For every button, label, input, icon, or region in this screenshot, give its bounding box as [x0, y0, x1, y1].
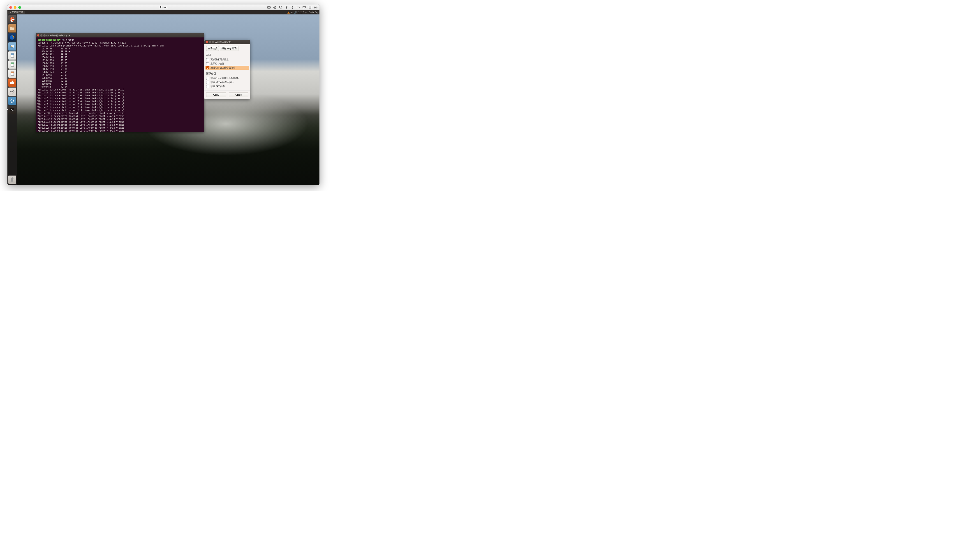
tray-time[interactable]: 12:27: [298, 11, 304, 14]
svg-rect-20: [11, 71, 14, 73]
svg-rect-16: [11, 53, 14, 54]
dialog-maximize-icon[interactable]: [212, 41, 214, 43]
gnome-topbar: ✕X 诊断工具 ⇅ 🔊 12:27 ⚙ CoderBoy: [8, 10, 320, 15]
terminal-window: coderboy@coderboy: ~ coderboy@coderboy:~…: [36, 33, 204, 132]
mac-menubar-icons: [267, 6, 318, 9]
launcher-software[interactable]: [8, 79, 16, 87]
svg-rect-5: [309, 6, 312, 8]
terminal-modes: 1024x768 59.95 + 4040x2182 59.99*+ 3776x…: [37, 47, 70, 88]
launcher-trash[interactable]: [8, 176, 16, 184]
checkbox-disable-pat[interactable]: 禁用 PAT 内存: [206, 84, 249, 89]
topbar-app-title: X 诊断工具: [12, 11, 23, 14]
svg-point-11: [11, 20, 12, 21]
tray-user-icon[interactable]: ⚙: [305, 11, 307, 14]
terminal-minimize-icon[interactable]: [40, 34, 42, 37]
sound-icon[interactable]: 🔊: [294, 11, 297, 14]
view-errors-button[interactable]: 查看错误: [206, 46, 219, 51]
svg-rect-0: [267, 6, 270, 8]
dialog-close-icon[interactable]: [206, 41, 208, 43]
svg-rect-3: [297, 7, 299, 8]
terminal-close-icon[interactable]: [37, 34, 39, 37]
svg-point-9: [13, 19, 14, 19]
svg-point-1: [274, 6, 276, 8]
svg-rect-4: [303, 6, 305, 8]
dialog-minimize-icon[interactable]: [209, 41, 211, 43]
launcher-files[interactable]: [8, 24, 16, 32]
unity-launcher: [8, 15, 17, 185]
terminal-disconnected: Virtual2 disconnected (normal left inver…: [37, 89, 126, 132]
topbar-app-tab[interactable]: ✕X 诊断工具: [8, 11, 24, 14]
apply-button[interactable]: Apply: [206, 92, 226, 97]
svg-point-22: [11, 91, 13, 92]
svg-rect-21: [12, 81, 13, 82]
shield-icon[interactable]: [279, 6, 282, 9]
bluetooth-icon[interactable]: [285, 6, 288, 9]
checkbox-auto-report[interactable]: 崩溃时自动上报错误信息: [205, 66, 249, 70]
terminal-title: coderboy@coderboy: ~: [47, 34, 70, 37]
mac-window: Ubuntu ✕X 诊断工具 ⇅ 🔊 12:27: [8, 5, 320, 185]
display-icon[interactable]: [302, 6, 306, 9]
svg-point-14: [11, 46, 12, 47]
report-xorg-button[interactable]: 报告 Xorg 错误: [220, 46, 239, 51]
mac-minimize-button[interactable]: [14, 6, 16, 9]
svg-rect-23: [10, 108, 14, 111]
target-icon[interactable]: [273, 6, 277, 9]
checkbox-disable-vesa[interactable]: 禁用 VESA 帧缓冲驱动: [206, 80, 249, 84]
debug-section-title: 调试: [206, 53, 249, 56]
checkbox-disable-graphical-boot[interactable]: 禁用图形化启动引导程序(G): [206, 76, 249, 80]
svg-rect-18: [11, 63, 14, 63]
svg-point-8: [11, 19, 13, 20]
fix-section-title: 还原修正: [206, 72, 249, 75]
launcher-impress[interactable]: [8, 69, 16, 77]
launcher-writer[interactable]: [8, 52, 16, 60]
launcher-settings[interactable]: [8, 87, 16, 96]
launcher-terminal[interactable]: [8, 106, 16, 114]
notification-icon[interactable]: [287, 11, 290, 13]
svg-point-10: [11, 18, 12, 18]
ubuntu-desktop: ✕X 诊断工具 ⇅ 🔊 12:27 ⚙ CoderBoy: [8, 10, 320, 185]
battery-icon[interactable]: [297, 6, 300, 9]
terminal-titlebar[interactable]: coderboy@coderboy: ~: [36, 33, 204, 37]
terminal-body[interactable]: coderboy@coderboy:~$ xrandr Screen 0: mi…: [36, 37, 204, 132]
mac-close-button[interactable]: [9, 6, 12, 9]
xdiagnose-dialog: X 诊断工具设置 查看错误 报告 Xorg 错误 调试 更多图像调试信息 显示启…: [204, 40, 250, 99]
launcher-devtool[interactable]: [8, 97, 16, 105]
launcher-photos[interactable]: [8, 42, 16, 50]
svg-point-2: [274, 7, 275, 8]
terminal-maximize-icon[interactable]: [43, 34, 45, 37]
launcher-calc[interactable]: [8, 60, 16, 69]
close-button[interactable]: Close: [229, 92, 249, 97]
svg-point-6: [315, 7, 316, 8]
tray-icon[interactable]: [308, 6, 312, 9]
keyboard-icon[interactable]: [267, 6, 271, 9]
network-icon[interactable]: ⇅: [291, 11, 293, 14]
gnome-tray: ⇅ 🔊 12:27 ⚙ CoderBoy: [287, 11, 319, 14]
launcher-firefox[interactable]: [8, 33, 16, 42]
gear-icon[interactable]: [314, 6, 318, 9]
mac-zoom-button[interactable]: [18, 6, 21, 9]
checkbox-show-boot[interactable]: 显示启动信息: [206, 61, 249, 66]
dialog-titlebar[interactable]: X 诊断工具设置: [204, 40, 250, 44]
tray-user[interactable]: CoderBoy: [308, 11, 318, 14]
dialog-title: X 诊断工具设置: [215, 40, 231, 44]
launcher-dash[interactable]: [8, 15, 16, 23]
speaker-icon[interactable]: [291, 6, 294, 9]
checkbox-more-debug[interactable]: 更多图像调试信息: [206, 58, 249, 61]
mac-titlebar: Ubuntu: [8, 5, 320, 10]
